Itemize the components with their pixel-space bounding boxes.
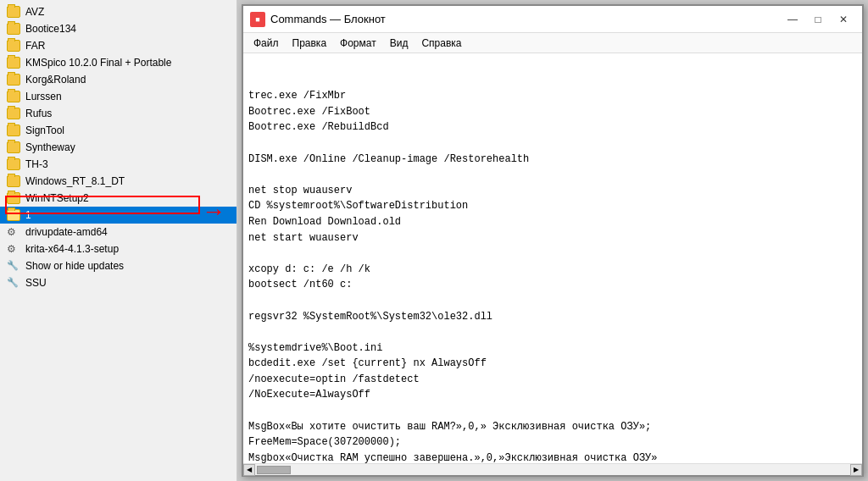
folder-icon — [7, 91, 20, 102]
title-bar: ■ Commands — Блокнот — □ ✕ — [243, 6, 862, 33]
folder-label: Lurssen — [25, 91, 62, 102]
folder-label: Bootice134 — [25, 23, 76, 35]
file-explorer-panel: AVZBootice134FARKMSpico 10.2.0 Final + P… — [0, 0, 237, 481]
folder-label: Rufus — [25, 108, 52, 119]
folder-item[interactable]: Rufus — [0, 105, 236, 122]
folder-label: SignTool — [25, 124, 64, 136]
menu-items: ФайлПравкаФорматВидСправка — [247, 36, 469, 51]
folder-item[interactable]: AVZ — [0, 3, 236, 20]
folder-icon — [7, 6, 20, 18]
special-item[interactable]: 🔧Show or hide updates — [0, 257, 236, 274]
text-area[interactable]: trec.exe /FixMbr Bootrec.exe /FixBoot Bo… — [243, 53, 862, 463]
notepad-icon: ■ — [250, 12, 265, 27]
folder-item[interactable]: Windows_RT_8.1_DT — [0, 173, 236, 190]
folder-icon — [7, 209, 20, 221]
minimize-button[interactable]: — — [781, 10, 804, 29]
folder-item[interactable]: TH-3 — [0, 156, 236, 173]
text-content: trec.exe /FixMbr Bootrec.exe /FixBoot Bo… — [248, 90, 657, 463]
close-button[interactable]: ✕ — [832, 10, 855, 29]
menu-item-вид[interactable]: Вид — [383, 36, 415, 51]
folder-icon — [7, 192, 20, 204]
folder-icon — [7, 23, 20, 35]
folder-label: Korg&Roland — [25, 74, 86, 86]
folder-icon — [7, 74, 20, 86]
folder-label: AVZ — [25, 6, 44, 18]
special-item-label: Show or hide updates — [25, 260, 124, 272]
folder-item[interactable]: SignTool — [0, 122, 236, 139]
folder-label: TH-3 — [25, 158, 48, 170]
menu-bar: ФайлПравкаФорматВидСправка — [243, 33, 862, 53]
folder-icon — [7, 57, 20, 69]
folder-item[interactable]: Korg&Roland — [0, 71, 236, 88]
folder-item[interactable]: Bootice134 — [0, 20, 236, 37]
app-icon: 🔧 — [7, 260, 20, 272]
horizontal-scrollbar[interactable]: ◀ ▶ — [243, 463, 862, 475]
scroll-left-button[interactable]: ◀ — [243, 464, 255, 476]
folder-item[interactable]: FAR — [0, 37, 236, 54]
scroll-right-button[interactable]: ▶ — [850, 464, 862, 476]
maximize-button[interactable]: □ — [806, 10, 830, 29]
scroll-track[interactable] — [255, 464, 850, 475]
folder-list: AVZBootice134FARKMSpico 10.2.0 Final + P… — [0, 3, 236, 224]
folder-label: Windows_RT_8.1_DT — [25, 175, 125, 187]
window-controls: — □ ✕ — [781, 10, 855, 29]
folder-icon — [7, 108, 20, 119]
folder-label: WinNTSetup2 — [25, 192, 89, 204]
folder-item[interactable]: Syntheway — [0, 139, 236, 156]
folder-item[interactable]: WinNTSetup2 — [0, 190, 236, 207]
special-item-label: krita-x64-4.1.3-setup — [25, 243, 119, 255]
menu-item-справка[interactable]: Справка — [415, 36, 468, 51]
folder-item[interactable]: KMSpico 10.2.0 Final + Portable — [0, 54, 236, 71]
special-list: ⚙drivupdate-amd64⚙krita-x64-4.1.3-setup🔧… — [0, 224, 236, 291]
app-icon: 🔧 — [7, 277, 20, 289]
folder-icon — [7, 175, 20, 187]
folder-label: 1 — [25, 209, 31, 221]
special-item[interactable]: ⚙krita-x64-4.1.3-setup — [0, 240, 236, 257]
folder-label: FAR — [25, 40, 45, 52]
special-item[interactable]: ⚙drivupdate-amd64 — [0, 224, 236, 240]
folder-icon — [7, 158, 20, 170]
exe-icon: ⚙ — [7, 243, 20, 255]
folder-label: Syntheway — [25, 141, 75, 153]
menu-item-формат[interactable]: Формат — [333, 36, 383, 51]
menu-item-правка[interactable]: Правка — [286, 36, 334, 51]
special-item[interactable]: 🔧SSU — [0, 274, 236, 291]
window-title: Commands — Блокнот — [270, 13, 781, 25]
special-item-label: drivupdate-amd64 — [25, 226, 108, 238]
menu-item-файл[interactable]: Файл — [247, 36, 286, 51]
special-item-label: SSU — [25, 277, 47, 289]
folder-icon — [7, 40, 20, 52]
notepad-window: ■ Commands — Блокнот — □ ✕ ФайлПравкаФор… — [242, 4, 864, 477]
exe-icon: ⚙ — [7, 226, 20, 238]
folder-item[interactable]: 1 — [0, 207, 236, 224]
folder-icon — [7, 124, 20, 136]
folder-icon — [7, 141, 20, 153]
scroll-thumb[interactable] — [257, 466, 291, 474]
folder-label: KMSpico 10.2.0 Final + Portable — [25, 57, 171, 69]
folder-item[interactable]: Lurssen — [0, 88, 236, 105]
